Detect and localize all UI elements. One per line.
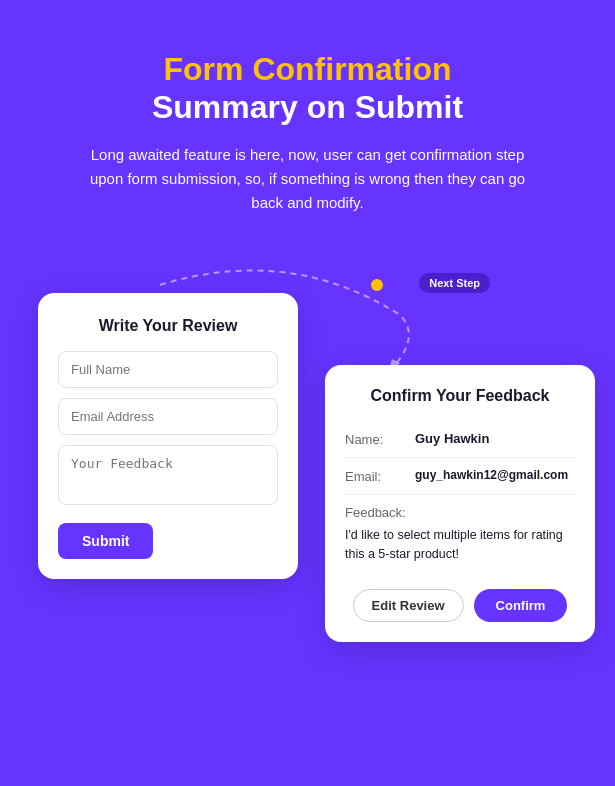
page-header: Form Confirmation Summary on Submit Long…: [38, 0, 578, 235]
email-input[interactable]: [58, 398, 278, 435]
header-title-white: Summary on Submit: [78, 88, 538, 126]
confirm-feedback-text: I'd like to select multiple items for ra…: [345, 526, 575, 564]
feedback-textarea[interactable]: [58, 445, 278, 505]
confirm-email-label: Email:: [345, 468, 415, 484]
edit-review-button[interactable]: Edit Review: [353, 589, 464, 622]
submit-button[interactable]: Submit: [58, 523, 153, 559]
header-title-yellow: Form Confirmation: [78, 50, 538, 88]
confirm-name-label: Name:: [345, 431, 415, 447]
confirm-feedback-section: Feedback: I'd like to select multiple it…: [345, 495, 575, 590]
confirm-card: Confirm Your Feedback Name: Guy Hawkin E…: [325, 365, 595, 643]
full-name-input[interactable]: [58, 351, 278, 388]
confirm-name-row: Name: Guy Hawkin: [345, 421, 575, 458]
confirm-name-value: Guy Hawkin: [415, 431, 489, 446]
confirm-card-title: Confirm Your Feedback: [345, 387, 575, 405]
confirm-email-row: Email: guy_hawkin12@gmail.com: [345, 458, 575, 495]
confirm-buttons-row: Edit Review Confirm: [345, 589, 575, 622]
form-card-title: Write Your Review: [58, 317, 278, 335]
next-step-badge: Next Step: [419, 273, 490, 293]
cards-area: Next Step Write Your Review Submit Confi…: [0, 245, 615, 786]
confirm-email-value: guy_hawkin12@gmail.com: [415, 468, 568, 482]
form-card: Write Your Review Submit: [38, 293, 298, 579]
header-subtitle: Long awaited feature is here, now, user …: [78, 143, 538, 215]
confirm-feedback-label: Feedback:: [345, 505, 575, 520]
orange-dot-icon: [371, 279, 383, 291]
confirm-button[interactable]: Confirm: [474, 589, 568, 622]
